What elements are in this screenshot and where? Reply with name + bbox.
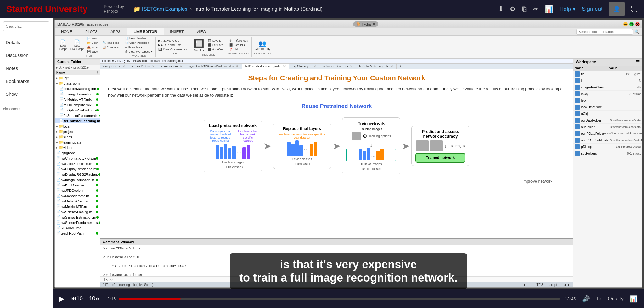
list-item[interactable]: 📄 fclSensorFundamental. xyxy=(55,113,100,118)
tab-view[interactable]: VIEW xyxy=(190,28,213,35)
workspace-row[interactable]: oObj xyxy=(573,111,642,117)
tab-apps[interactable]: APPS xyxy=(104,28,127,35)
command-window-body[interactable]: >> ourIPDataFolder ourIPDataFolder = "B:… xyxy=(100,245,573,276)
list-item[interactable]: 📄 fclOpticsAiryDisk.mlx xyxy=(55,107,100,113)
workspace-row[interactable]: imagesPerClass 45 xyxy=(573,84,642,91)
save-button[interactable]: 💾 Save xyxy=(86,50,100,54)
editor-tab[interactable]: sensorPlot.m ✕ xyxy=(128,64,158,69)
editor-tab[interactable]: v_metrics.m ✕ xyxy=(158,64,186,69)
workspace-row[interactable]: ourIPDataFolder B:\set\isetcam\local\dat… xyxy=(573,130,642,137)
list-item[interactable]: 📄 fclMetricsMTF.mlx xyxy=(55,97,100,102)
list-item[interactable]: ▸ 📁 .git xyxy=(55,75,100,81)
list-item[interactable]: 📄 .gitignore xyxy=(55,150,100,156)
parallel-button[interactable]: ⬛ Parallel ▾ xyxy=(228,43,249,47)
new-script-button[interactable]: 📄 New Script xyxy=(58,39,68,51)
list-item[interactable]: 📄 fclColorMatching.mlx xyxy=(55,86,100,91)
list-item[interactable]: ▸ 📁 trainingdata xyxy=(55,140,100,145)
progress-bar[interactable] xyxy=(119,298,560,300)
list-item[interactable]: 📄 hwDisplayRGB2Radianc xyxy=(55,172,100,177)
sidebar-item-show[interactable]: Show xyxy=(0,88,53,100)
workspace-row[interactable]: isdc xyxy=(573,97,642,104)
workspace-row[interactable]: localDataStore xyxy=(573,104,642,111)
sidebar-item-notes[interactable]: Notes xyxy=(0,62,53,75)
list-item[interactable]: ▸ 📁 classroom xyxy=(55,81,100,86)
share-icon[interactable]: ⎘ xyxy=(522,5,526,13)
editor-tab[interactable]: draqpoint.m ✕ xyxy=(100,64,128,69)
list-item[interactable]: 📄 hwISETCam.m xyxy=(55,182,100,188)
minimize-button[interactable]: ─ xyxy=(623,22,628,26)
play-button[interactable]: ▶ xyxy=(59,295,64,303)
command-input[interactable] xyxy=(115,277,570,282)
workspace-row[interactable]: ourDataFolder B:\set\isetcam\local\data xyxy=(573,117,642,124)
list-item[interactable]: 📄 hwImageFormation.m xyxy=(55,177,100,182)
simulink-button[interactable]: 🔲 Simulink xyxy=(192,38,206,53)
editor-tab-active[interactable]: fclTransferLearning.mlx ✕ xyxy=(242,64,289,69)
help-button-ribbon[interactable]: ❓ Help xyxy=(228,48,249,51)
list-item[interactable]: 📄 hwDisplayRendering.m xyxy=(55,166,100,172)
tab-live-editor[interactable]: LIVE EDITOR xyxy=(127,28,164,35)
editor-tab[interactable]: fclColorMatching.mlx ✕ xyxy=(356,64,397,69)
editor-tab-new[interactable]: + xyxy=(397,64,405,69)
volume-button[interactable]: 🔊 xyxy=(582,295,590,303)
editor-tab[interactable]: s_metricsMTFSlantedBarInfrared.m ✕ xyxy=(186,64,242,69)
layout-button[interactable]: 🔲 Layout xyxy=(207,39,224,43)
workspace-row[interactable]: fig 1x1 Figure xyxy=(573,71,642,77)
expand-icon[interactable]: ⛶ xyxy=(631,5,638,13)
list-item[interactable]: 📄 hwSensorEstimation.m xyxy=(55,214,100,220)
list-item[interactable]: 📄 hwMetricsColor.m xyxy=(55,198,100,204)
list-item[interactable]: 📄 hwSensorAliasing.m xyxy=(55,209,100,214)
new-button[interactable]: 📄 New xyxy=(86,37,100,40)
open-variable-button[interactable]: 📊 Open Variable ▾ xyxy=(124,41,154,45)
rewind-button[interactable]: ⏮10 xyxy=(71,295,83,302)
quality-label[interactable]: Quality xyxy=(608,296,624,302)
workspace-row[interactable]: i 3 xyxy=(573,77,642,84)
maximize-button[interactable]: □ xyxy=(629,22,634,26)
compare-button[interactable]: 📋 Compare xyxy=(102,45,120,49)
find-files-button[interactable]: 🔍 Find Files xyxy=(102,41,120,45)
list-item[interactable]: 📄 fclTransferLearning.mlx xyxy=(55,118,100,123)
run-time-button[interactable]: ▶▶ Run and Time xyxy=(158,43,188,47)
workspace-row[interactable]: ourIPDataSubFolder B:\set\isetcam\local\… xyxy=(573,137,642,144)
list-item[interactable]: 📄 hwMetricsMTF.m xyxy=(55,204,100,209)
list-item[interactable]: 📄 hwColorSpectrum.m xyxy=(55,161,100,166)
search-input[interactable] xyxy=(6,24,59,29)
list-item[interactable]: 📄 hwChromaticityPlots.m xyxy=(55,156,100,161)
list-item[interactable]: 📄 README.md xyxy=(55,225,100,231)
list-item[interactable]: ▸ 📁 videos xyxy=(55,145,100,150)
breadcrumb-folder[interactable]: ISETCam Examples xyxy=(142,6,187,12)
preferences-button[interactable]: ⚙ Preferences xyxy=(228,39,249,43)
search-docs-input[interactable] xyxy=(576,29,633,35)
add-ons-button[interactable]: ⬛ Add-Ons xyxy=(207,48,224,51)
sidebar-item-details[interactable]: Details xyxy=(0,36,53,49)
new-live-script-button[interactable]: 📄 New Live Script xyxy=(69,39,85,51)
edit-icon[interactable]: ✏ xyxy=(533,5,538,13)
editor-tab[interactable]: vclImportObject.m ✕ xyxy=(319,64,356,69)
workspace-row[interactable]: ipObj 1x1 struct xyxy=(573,91,642,97)
forward-button[interactable]: 10⏭ xyxy=(89,295,101,302)
chart-button[interactable]: 📊 xyxy=(630,295,638,303)
workspace-row[interactable]: subFolders 6x1 struct xyxy=(573,150,642,157)
workspace-row[interactable]: pDialog 1x1 ProgressDialog xyxy=(573,144,642,150)
tab-home[interactable]: HOME xyxy=(55,28,79,35)
workspace-menu[interactable]: ☰ xyxy=(636,60,640,64)
community-button[interactable]: 👥 Community xyxy=(253,39,272,51)
set-path-button[interactable]: ⬛ Set Path xyxy=(207,43,224,47)
workspace-row[interactable]: ourFolder B:\set\isetcam\local\data xyxy=(573,124,642,130)
speed-label[interactable]: 1x xyxy=(596,296,602,302)
list-item[interactable]: 📄 teachRootPath.m xyxy=(55,231,100,236)
clear-commands-button[interactable]: 🔲 Clear Commands ▾ xyxy=(158,48,188,51)
open-button[interactable]: 📂 Open xyxy=(86,41,100,45)
favorites-button[interactable]: ✏ Favorites ▾ xyxy=(124,45,154,49)
list-item[interactable]: 📄 hwSensorFundamentals. xyxy=(55,220,100,225)
import-button[interactable]: 📤 Import xyxy=(86,45,100,49)
list-item[interactable]: ▸ 📁 projects xyxy=(55,129,100,134)
clear-workspace-button[interactable]: 🗑 Clear Workspace ▾ xyxy=(124,50,154,54)
list-item[interactable]: 📄 hwMonochrome.m xyxy=(55,193,100,198)
tab-close[interactable]: ✕ xyxy=(372,22,375,26)
help-button[interactable]: Help ▾ xyxy=(559,6,575,13)
sidebar-item-bookmarks[interactable]: Bookmarks xyxy=(0,75,53,88)
list-item[interactable]: ▸ 📁 slides xyxy=(55,134,100,140)
list-item[interactable]: 📄 hwJPEGcolor.m xyxy=(55,188,100,193)
new-variable-button[interactable]: 📊 New Variable xyxy=(124,37,154,40)
list-item[interactable]: ▸ 📁 local xyxy=(55,123,100,129)
